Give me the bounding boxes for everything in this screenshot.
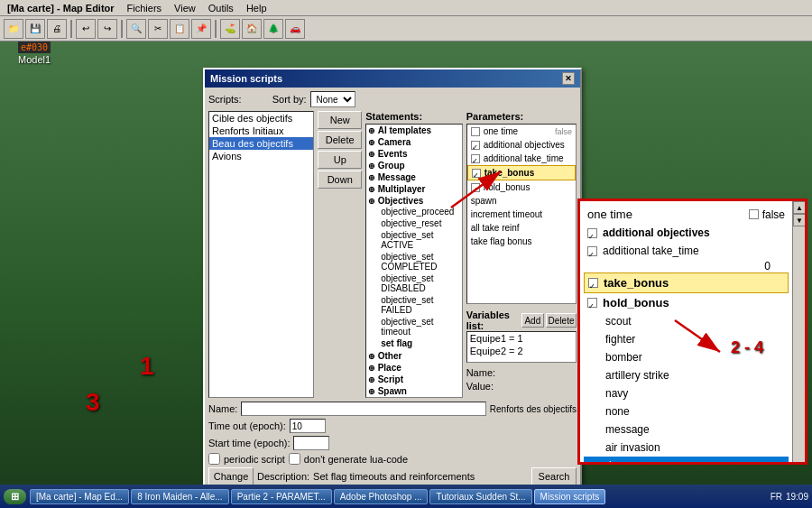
dialog-close-button[interactable]: ✕ (562, 72, 575, 85)
toolbar-btn-10[interactable]: ⛳ (220, 19, 240, 39)
param-take-flag-bonus[interactable]: take flag bonus (467, 235, 576, 248)
overlay-scroll-up-btn[interactable]: ▲ (793, 201, 806, 214)
toolbar-btn-9[interactable]: 📌 (191, 19, 211, 39)
tree-place-label[interactable]: Place (368, 363, 460, 373)
search-button[interactable]: Search (531, 467, 577, 485)
overlay-hold-bonus-checkbox[interactable] (587, 298, 597, 308)
taskbar-item-5[interactable]: Mission scripts (534, 489, 606, 504)
description-label: Description: (257, 471, 309, 482)
taskbar-item-3[interactable]: Adobe Photoshop ... (334, 489, 429, 504)
overlay-scroll-down-btn[interactable]: ▼ (793, 214, 806, 226)
taskbar-item-4[interactable]: Tutoriaux Sudden St... (429, 489, 531, 504)
dialog-title-bar: Mission scripts ✕ (205, 69, 580, 88)
tree-obj-4[interactable]: objective_set COMPLETED (379, 251, 460, 272)
delete-script-button[interactable]: Delete (318, 131, 362, 149)
overlay-take-bonus[interactable]: take_bonus (584, 272, 789, 293)
up-script-button[interactable]: Up (318, 151, 362, 169)
toolbar-btn-3[interactable]: 🖨 (47, 19, 67, 39)
overlay-artillery[interactable]: artillery strike (584, 366, 789, 384)
overlay-add-obj-checkbox[interactable] (587, 228, 597, 238)
overlay-false-checkbox[interactable] (749, 209, 759, 219)
menu-outils[interactable]: Outils (203, 2, 239, 14)
timeout-row: Time out (epoch): (208, 419, 577, 433)
menu-fichiers[interactable]: Fichiers (122, 2, 168, 14)
overlay-scrollbar: ▲ ▼ (792, 201, 805, 462)
start-button[interactable]: ⊞ (4, 489, 26, 504)
tree-obj-8[interactable]: set flag (379, 337, 460, 349)
overlay-artillery-label: artillery strike (587, 369, 669, 382)
param-add-time-checkbox[interactable] (471, 154, 480, 163)
tree-events-label[interactable]: Events (368, 149, 460, 159)
overlay-message[interactable]: message (584, 420, 789, 439)
overlay-drop-cargo[interactable]: drop cargo (584, 457, 789, 465)
variables-delete-button[interactable]: Delete (546, 313, 577, 328)
periodic-checkbox[interactable] (208, 453, 220, 465)
overlay-navy[interactable]: navy (584, 384, 789, 402)
param-add-obj-checkbox[interactable] (471, 141, 480, 150)
tree-obj-2[interactable]: objective_reset (379, 217, 460, 229)
taskbar-item-1[interactable]: 8 Iron Maiden - Alle... (131, 489, 229, 504)
tree-obj-3[interactable]: objective_set ACTIVE (379, 229, 460, 251)
overlay-air-invasion[interactable]: air invasion (584, 439, 789, 457)
toolbar-btn-1[interactable]: 📁 (4, 19, 23, 39)
tree-script-label[interactable]: Script (368, 374, 460, 384)
script-name-input[interactable] (241, 402, 485, 416)
toolbar-btn-5[interactable]: ↪ (97, 19, 117, 39)
script-item-3[interactable]: Beau des objectifs (209, 137, 313, 150)
tree-other-label[interactable]: Other (368, 351, 460, 361)
variable-item-1[interactable]: Equipe1 = 1 (467, 332, 576, 345)
param-one-time[interactable]: one time false (467, 125, 576, 138)
taskbar-item-0[interactable]: [Ma carte] - Map Ed... (30, 489, 129, 504)
dialog-title-text: Mission scripts (210, 73, 282, 84)
toolbar-btn-7[interactable]: ✂ (148, 19, 168, 39)
overlay-hold-bonus[interactable]: hold_bonus (584, 293, 789, 312)
tree-obj-6[interactable]: objective_set FAILED (379, 294, 460, 316)
toolbar-btn-6[interactable]: 🔍 (126, 19, 146, 39)
taskbar-item-2[interactable]: Partie 2 - PARAMET... (231, 489, 332, 504)
tree-obj-5[interactable]: objective_set DISABLED (379, 272, 460, 294)
tree-camera-label[interactable]: Camera (368, 137, 460, 147)
menu-help[interactable]: Help (241, 2, 272, 14)
periodic-row: periodic script don't generate lua-code (208, 453, 577, 465)
overlay-additional-take-time[interactable]: additional take_time (584, 242, 789, 260)
menu-view[interactable]: View (169, 2, 201, 14)
overlay-none[interactable]: none (584, 402, 789, 420)
overlay-take-time-checkbox[interactable] (587, 246, 597, 256)
statements-panel: Statements: AI templates Camera Events G… (365, 111, 463, 398)
new-script-button[interactable]: New (318, 111, 362, 129)
tree-ai-label[interactable]: AI templates (368, 125, 460, 135)
toolbar-btn-2[interactable]: 💾 (25, 19, 45, 39)
periodic-label: periodic script (224, 454, 285, 465)
change-button[interactable]: Change (208, 467, 254, 485)
overlay-take-bonus-checkbox[interactable] (588, 278, 598, 288)
tree-spawn-label[interactable]: Spawn (368, 386, 460, 396)
overlay-one-time[interactable]: one time false (584, 205, 789, 224)
variable-item-2[interactable]: Equipe2 = 2 (467, 345, 576, 357)
script-name-label: Name: (208, 403, 237, 414)
script-item-2[interactable]: Renforts Initiaux (209, 125, 313, 137)
tree-place: Place (366, 362, 462, 374)
script-item-1[interactable]: Cible des objectifs (209, 112, 313, 125)
variables-list[interactable]: Equipe1 = 1 Equipe2 = 2 (466, 331, 577, 363)
toolbar-btn-13[interactable]: 🚗 (285, 19, 305, 39)
down-script-button[interactable]: Down (318, 171, 362, 189)
param-all-take-reinf[interactable]: all take reinf (467, 221, 576, 235)
overlay-additional-objectives[interactable]: additional objectives (584, 224, 789, 242)
tree-obj-7[interactable]: objective_set timeout (379, 316, 460, 337)
name-value-section: Name: Value: (466, 367, 577, 394)
param-additional-objectives[interactable]: additional objectives (467, 138, 576, 152)
toolbar-btn-11[interactable]: 🏠 (242, 19, 262, 39)
script-item-4[interactable]: Avions (209, 150, 313, 162)
no-lua-checkbox[interactable] (289, 453, 300, 465)
param-one-time-label: one time (484, 126, 518, 136)
param-one-time-checkbox[interactable] (471, 127, 480, 136)
sort-select[interactable]: None (310, 91, 355, 107)
toolbar-btn-8[interactable]: 📋 (170, 19, 189, 39)
toolbar-btn-12[interactable]: 🌲 (263, 19, 283, 39)
scripts-list[interactable]: Cible des objectifs Renforts Initiaux Be… (208, 111, 314, 398)
starttime-input[interactable] (293, 436, 329, 450)
toolbar-btn-4[interactable]: ↩ (76, 19, 96, 39)
starttime-label: Start time (epoch): (208, 438, 290, 448)
variables-add-button[interactable]: Add (521, 313, 545, 328)
timeout-input[interactable] (290, 419, 326, 433)
